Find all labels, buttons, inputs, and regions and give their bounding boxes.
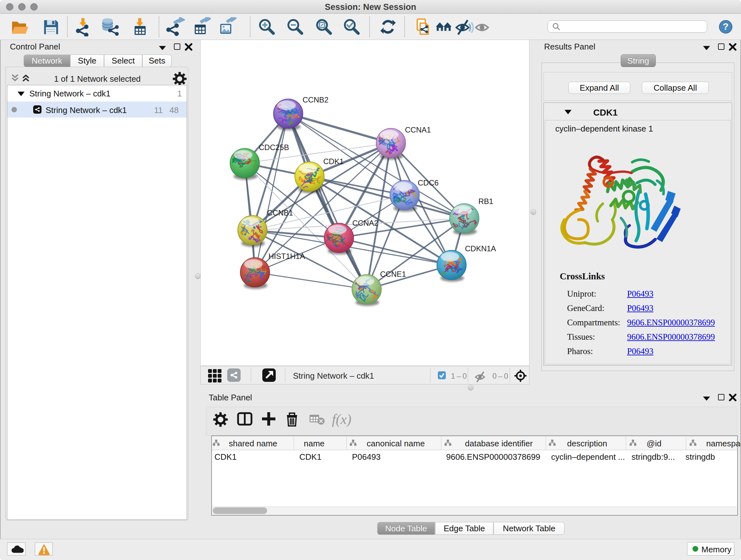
svg-text:RB1: RB1 — [478, 197, 493, 206]
svg-text:CDC25B: CDC25B — [259, 143, 289, 152]
svg-text:CCNA2: CCNA2 — [352, 219, 378, 227]
svg-text:HIST1H1A: HIST1H1A — [268, 252, 305, 260]
svg-text:?: ? — [723, 21, 729, 32]
svg-text:CDK1: CDK1 — [323, 157, 344, 166]
svg-text:CCNB1: CCNB1 — [267, 208, 293, 217]
svg-text:CCNB2: CCNB2 — [302, 96, 328, 104]
svg-text:CCNE1: CCNE1 — [380, 270, 406, 278]
svg-text:CDKN1A: CDKN1A — [465, 244, 496, 253]
svg-text:CCNA1: CCNA1 — [405, 125, 431, 134]
svg-text:CDC6: CDC6 — [418, 179, 439, 187]
